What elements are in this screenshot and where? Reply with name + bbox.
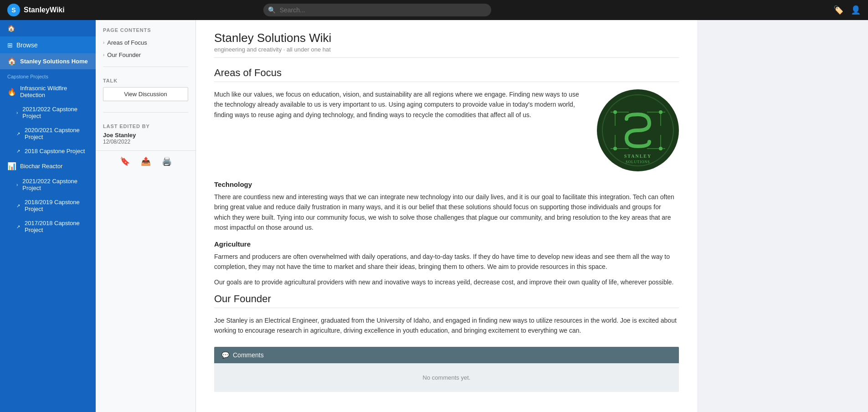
toc-sidebar: PAGE CONTENTS › Areas of Focus › Our Fou…	[96, 20, 196, 412]
sidebar-item-home[interactable]: 🏠 Stanley Solutions Home	[0, 53, 96, 69]
biocap2122-label: 2021/2022 Capstone Project	[22, 178, 88, 191]
heading-areas-of-focus: Areas of Focus	[214, 67, 679, 82]
ag-paragraph-2: Our goals are to provide agricultural pr…	[214, 277, 679, 287]
top-navigation: S StanleyWiki 🔍 🏷️ 👤	[0, 0, 868, 20]
biocap1718-label: 2017/2018 Capstone Project	[25, 220, 88, 233]
sidebar-item-biocap2122[interactable]: › 2021/2022 Capstone Project	[0, 174, 96, 195]
sidebar-item-cap2018[interactable]: ↗ 2018 Capstone Project	[0, 144, 96, 158]
intro-section: Much like our values, we focus on educat…	[214, 89, 679, 171]
wiki-subtitle: engineering and creativity · all under o…	[214, 46, 679, 53]
main-layout: 🏠 ⊞ Browse 🏠 Stanley Solutions Home Caps…	[0, 20, 868, 412]
toc-actions: 🔖 📤 🖨️	[96, 150, 195, 172]
sidebar-item-cap2122[interactable]: › 2021/2022 Capstone Project	[0, 102, 96, 123]
last-edited-section: LAST EDITED BY Joe Stanley 12/08/2022	[96, 118, 195, 150]
toc-title: PAGE CONTENTS	[96, 27, 195, 36]
heading-technology: Technology	[214, 180, 679, 188]
last-edited-date: 12/08/2022	[103, 139, 188, 145]
external-icon-2: ↗	[16, 149, 20, 154]
browse-icon: ⊞	[7, 41, 13, 49]
no-comments-text: No comments yet.	[423, 374, 471, 381]
wiki-header: Stanley Solutions Wiki engineering and c…	[214, 31, 679, 58]
toc-item-areas[interactable]: › Areas of Focus	[96, 36, 195, 49]
heading-agriculture: Agriculture	[214, 240, 679, 248]
logo-icon: S	[7, 4, 20, 16]
chevron-icon-2: ›	[16, 182, 18, 187]
home-small-icon: 🏠	[7, 57, 16, 66]
user-icon[interactable]: 👤	[851, 5, 861, 15]
heading-our-founder: Our Founder	[214, 293, 679, 308]
toc-divider-1	[103, 67, 188, 67]
view-discussion-button[interactable]: View Discussion	[103, 87, 188, 101]
ag-paragraph-1: Farmers and producers are often overwhel…	[214, 252, 679, 272]
home-icon: 🏠	[7, 25, 15, 32]
sidebar-item-cap2021[interactable]: ↗ 2020/2021 Capstone Project	[0, 123, 96, 144]
stanley-solutions-logo: STANLEY SOLUTIONS	[597, 89, 679, 171]
chart-icon: 📊	[7, 162, 16, 170]
comment-icon: 💬	[221, 351, 229, 359]
svg-point-12	[659, 147, 663, 150]
sidebar-item-biocap1718[interactable]: ↗ 2017/2018 Capstone Project	[0, 216, 96, 237]
site-name: StanleyWiki	[24, 6, 65, 14]
wiki-title: Stanley Solutions Wiki	[214, 31, 679, 45]
sidebar-item-infrasonic[interactable]: 🔥 Infrasonic Wildfire Detection	[0, 81, 96, 102]
tech-paragraph: There are countless new and interesting …	[214, 192, 679, 233]
toc-areas-label: Areas of Focus	[107, 39, 147, 46]
sidebar-home-label: Stanley Solutions Home	[20, 58, 88, 65]
sidebar-home-btn: 🏠	[0, 20, 96, 37]
comments-wrapper: 💬 Comments No comments yet.	[214, 347, 679, 392]
search-bar: 🔍	[263, 4, 491, 16]
nav-icons: 🏷️ 👤	[833, 5, 861, 15]
comments-section: 💬 Comments	[214, 347, 679, 363]
external-icon-4: ↗	[16, 224, 20, 229]
cap2021-label: 2020/2021 Capstone Project	[25, 127, 88, 140]
sidebar-item-biochar[interactable]: 📊 Biochar Reactor	[0, 158, 96, 174]
print-icon[interactable]: 🖨️	[162, 156, 172, 166]
search-input[interactable]	[263, 4, 491, 16]
tag-icon[interactable]: 🏷️	[833, 5, 843, 15]
svg-text:SOLUTIONS: SOLUTIONS	[626, 160, 650, 164]
main-article: Stanley Solutions Wiki engineering and c…	[196, 20, 697, 412]
svg-point-10	[659, 110, 663, 114]
browse-button[interactable]: ⊞ Browse	[0, 37, 96, 53]
cap2122-label: 2021/2022 Capstone Project	[22, 106, 88, 119]
last-edited-name: Joe Stanley	[103, 132, 188, 139]
svg-point-11	[613, 147, 617, 150]
intro-text: Much like our values, we focus on educat…	[214, 89, 586, 171]
toc-chevron-1: ›	[103, 40, 104, 45]
external-icon-1: ↗	[16, 131, 20, 136]
chevron-icon-1: ›	[16, 110, 18, 115]
content-panel: PAGE CONTENTS › Areas of Focus › Our Fou…	[96, 20, 868, 412]
external-icon-3: ↗	[16, 203, 20, 208]
sidebar-capstone-label: Capstone Projects	[0, 69, 96, 81]
svg-text:STANLEY: STANLEY	[624, 154, 652, 159]
biocap1819-label: 2018/2019 Capstone Project	[25, 199, 88, 212]
last-edited-label: LAST EDITED BY	[103, 124, 188, 129]
biochar-label: Biochar Reactor	[20, 163, 62, 170]
toc-divider-2	[103, 112, 188, 113]
search-icon: 🔍	[268, 6, 276, 14]
logo-area[interactable]: S StanleyWiki	[7, 4, 89, 16]
talk-section: TALK View Discussion	[96, 72, 195, 107]
founder-paragraph: Joe Stanley is an Electrical Engineer, g…	[214, 315, 679, 336]
toc-chevron-2: ›	[103, 52, 104, 57]
cap2018-label: 2018 Capstone Project	[25, 148, 85, 154]
sidebar: 🏠 ⊞ Browse 🏠 Stanley Solutions Home Caps…	[0, 20, 96, 412]
fire-icon: 🔥	[7, 88, 16, 96]
sidebar-item-biocap1819[interactable]: ↗ 2018/2019 Capstone Project	[0, 195, 96, 216]
svg-point-9	[613, 110, 617, 114]
share-icon[interactable]: 📤	[141, 156, 151, 166]
comments-body: No comments yet.	[214, 363, 679, 392]
bookmark-icon[interactable]: 🔖	[120, 156, 130, 166]
talk-label: TALK	[103, 78, 188, 83]
intro-paragraph: Much like our values, we focus on educat…	[214, 89, 586, 120]
toc-item-founder[interactable]: › Our Founder	[96, 49, 195, 61]
toc-founder-label: Our Founder	[107, 52, 141, 58]
infrasonic-label: Infrasonic Wildfire Detection	[20, 85, 88, 98]
comments-label: Comments	[233, 351, 264, 359]
browse-label: Browse	[16, 41, 38, 49]
